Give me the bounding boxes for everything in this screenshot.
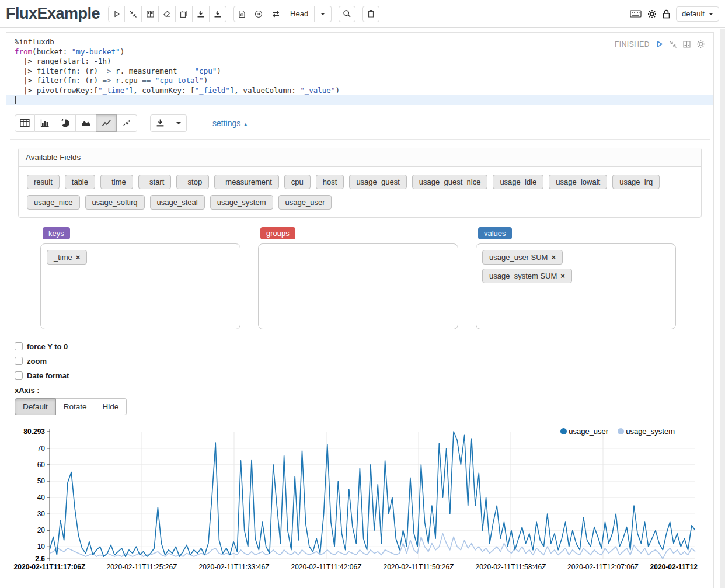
viz-toolbar: settings ▲ (15, 114, 713, 132)
drop-chip-usage_system[interactable]: usage_system SUM× (482, 269, 572, 283)
svg-text:30: 30 (37, 510, 46, 518)
legend-item-usage_system[interactable]: usage_system (618, 427, 675, 436)
remove-chip-icon[interactable]: × (76, 253, 81, 262)
scatter-chart-button[interactable] (117, 114, 137, 132)
code-token: "_field" (195, 86, 230, 95)
code-token (151, 76, 155, 85)
line-chart-button[interactable] (96, 114, 117, 132)
code-token: ) (204, 76, 208, 85)
remove-note-button[interactable] (362, 6, 379, 22)
compare-revisions-button[interactable] (267, 6, 284, 22)
code-token: "cpu-total" (155, 76, 204, 85)
book-icon[interactable] (682, 40, 691, 48)
field-chip-_measurement[interactable]: _measurement (214, 175, 279, 189)
field-chip-usage_guest_nice[interactable]: usage_guest_nice (412, 175, 488, 189)
run-all-button[interactable] (108, 6, 125, 22)
download-options-button[interactable] (170, 114, 187, 132)
field-chip-usage_user[interactable]: usage_user (278, 195, 332, 210)
field-chip-_time[interactable]: _time (100, 175, 133, 189)
keys-dropzone[interactable]: _time× (40, 243, 240, 329)
commit-button[interactable] (233, 6, 250, 22)
xaxis-hide-button[interactable]: Hide (95, 398, 127, 415)
collapse-all-button[interactable] (125, 6, 142, 22)
svg-text:2020-02-11T11:50:26Z: 2020-02-11T11:50:26Z (384, 563, 454, 571)
head-revision-button[interactable]: Head (284, 6, 315, 22)
compress-icon[interactable] (669, 40, 677, 48)
lock-icon[interactable] (663, 9, 670, 19)
code-token: => (103, 76, 111, 85)
clone-note-button[interactable] (176, 6, 193, 22)
code-line[interactable]: |> range(start: -1h) (6, 57, 713, 67)
download-data-button[interactable] (150, 114, 170, 132)
export-note-button[interactable] (193, 6, 210, 22)
clear-output-button[interactable] (159, 6, 176, 22)
bar-chart-button[interactable] (35, 114, 55, 132)
xaxis-rotate-button[interactable]: Rotate (56, 398, 95, 415)
settings-toggle[interactable]: settings ▲ (212, 119, 248, 128)
legend-item-usage_user[interactable]: usage_user (560, 427, 608, 436)
values-column: values usage_user SUM×usage_system SUM× (476, 227, 676, 329)
gear-icon[interactable] (647, 9, 657, 19)
keyboard-icon[interactable] (630, 10, 642, 18)
field-chip-table[interactable]: table (65, 175, 95, 189)
values-badge: values (478, 227, 512, 239)
field-chip-usage_softirq[interactable]: usage_softirq (85, 195, 145, 210)
field-chip-usage_iowait[interactable]: usage_iowait (549, 175, 607, 189)
page-scrollbar[interactable] (720, 29, 725, 588)
line-chart-icon (102, 119, 111, 127)
code-token: "_value" (300, 86, 335, 95)
field-chip-result[interactable]: result (27, 175, 60, 189)
field-chip-usage_system[interactable]: usage_system (210, 195, 273, 210)
available-fields-title: Available Fields (19, 148, 701, 167)
option-row: zoom (15, 357, 713, 366)
code-token: "my-bucket" (72, 47, 120, 56)
remove-chip-icon[interactable]: × (551, 253, 556, 262)
values-dropzone[interactable]: usage_user SUM×usage_system SUM× (476, 243, 676, 329)
field-chip-usage_idle[interactable]: usage_idle (493, 175, 543, 189)
gear-icon[interactable] (696, 40, 705, 48)
xaxis-default-button[interactable]: Default (15, 398, 56, 415)
checkbox-date-format[interactable] (15, 371, 23, 380)
field-chip-_stop[interactable]: _stop (176, 175, 209, 189)
area-chart-button[interactable] (76, 114, 96, 132)
code-line[interactable]: from(bucket: "my-bucket") (6, 47, 713, 57)
field-chip-usage_steal[interactable]: usage_steal (150, 195, 205, 210)
table-view-button[interactable] (15, 114, 35, 132)
code-current-line[interactable] (6, 95, 713, 105)
groups-badge: groups (260, 227, 295, 239)
code-line[interactable]: |> filter(fn: (r) => r.cpu == "cpu-total… (6, 76, 713, 86)
import-note-button[interactable] (210, 6, 226, 22)
checkbox-force-y-to-0[interactable] (15, 342, 23, 350)
text-cursor (15, 96, 16, 104)
checkbox-zoom[interactable] (15, 357, 23, 365)
field-chip-host[interactable]: host (316, 175, 344, 189)
chart-options: force Y to 0zoomDate format xAxis : Defa… (15, 342, 713, 415)
notebook-title[interactable]: FluxExample (6, 5, 100, 23)
checkbox-label: Date format (27, 371, 69, 380)
search-button[interactable] (339, 6, 355, 22)
pie-chart-button[interactable] (55, 114, 76, 132)
revision-dropdown-button[interactable] (315, 6, 332, 22)
code-line[interactable]: |> pivot(rowKey:["_time"], columnKey: ["… (6, 86, 713, 96)
drop-chip-_time[interactable]: _time× (47, 250, 87, 265)
set-revision-button[interactable] (250, 6, 267, 22)
show-hide-code-button[interactable] (142, 6, 159, 22)
field-chip-cpu[interactable]: cpu (284, 175, 311, 189)
remove-chip-icon[interactable]: × (560, 272, 565, 280)
groups-dropzone[interactable] (258, 243, 458, 329)
xaxis-button-group: DefaultRotateHide (15, 398, 127, 415)
code-editor[interactable]: %influxdbfrom(bucket: "my-bucket") |> ra… (6, 33, 713, 105)
interpreter-binding-dropdown[interactable]: default (676, 6, 719, 22)
field-chip-usage_guest[interactable]: usage_guest (349, 175, 406, 189)
play-icon (113, 10, 121, 18)
paragraph-status: FINISHED (615, 40, 650, 48)
field-chip-_start[interactable]: _start (138, 175, 172, 189)
drop-chip-usage_user[interactable]: usage_user SUM× (482, 250, 563, 265)
checkbox-label: zoom (27, 357, 47, 366)
field-chip-usage_irq[interactable]: usage_irq (612, 175, 660, 189)
code-line[interactable]: %influxdb (6, 37, 713, 47)
settings-label: settings (212, 119, 240, 128)
code-line[interactable]: |> filter(fn: (r) => r._measurement == "… (6, 67, 713, 76)
run-paragraph-button[interactable] (655, 40, 664, 48)
field-chip-usage_nice[interactable]: usage_nice (27, 195, 80, 210)
